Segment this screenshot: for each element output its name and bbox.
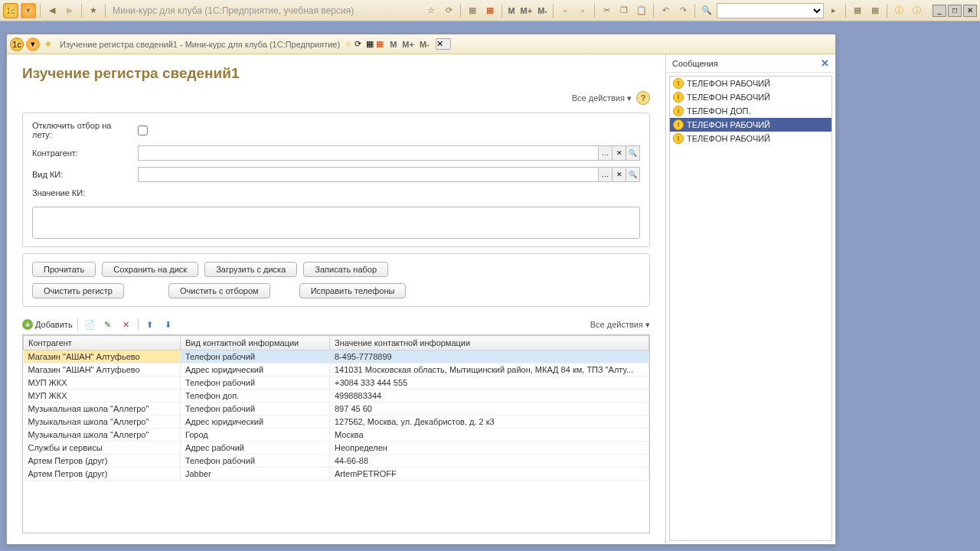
- form-fav2[interactable]: ☆: [345, 39, 352, 49]
- form-m[interactable]: M: [388, 40, 398, 49]
- clear-filter-button[interactable]: Очистить с отбором: [168, 283, 270, 298]
- dropdown-button[interactable]: ▾: [21, 3, 36, 18]
- messages-close-button[interactable]: ✕: [821, 57, 829, 69]
- cut-button[interactable]: ✂: [599, 3, 614, 18]
- table-row[interactable]: Службы и сервисыАдрес рабочийНеопределен: [24, 442, 649, 455]
- table-row[interactable]: Музыкальная школа "Аллегро"Адрес юридиче…: [24, 416, 649, 429]
- delete-row-button[interactable]: ✕: [119, 318, 133, 331]
- value-label: Значение КИ:: [32, 188, 640, 197]
- form-window: 1c ▾ ★ Изучение регистра сведений1 - Мин…: [6, 34, 836, 545]
- messages-title: Сообщения: [672, 59, 718, 68]
- add-row-button[interactable]: +Добавить: [22, 319, 73, 330]
- app-toolbar: 1c ▾ ◀ ▶ ★ Мини-курс для клуба (1С:Предп…: [0, 0, 980, 21]
- message-item[interactable]: !ТЕЛЕФОН РАБОЧИЙ: [670, 118, 831, 132]
- form-title: Изучение регистра сведений1 - Мини-курс …: [60, 40, 340, 49]
- kind-pick-button[interactable]: …: [599, 167, 612, 182]
- form-favorite[interactable]: ★: [44, 39, 52, 49]
- warning-icon: !: [673, 119, 684, 130]
- form-m-plus[interactable]: M+: [400, 40, 416, 49]
- favorite-button[interactable]: ★: [86, 3, 101, 18]
- message-item[interactable]: !ТЕЛЕФОН РАБОЧИЙ: [670, 132, 831, 145]
- form-logo: 1c: [10, 37, 24, 51]
- m-minus-button[interactable]: M-: [536, 6, 549, 15]
- col-counterparty[interactable]: Контрагент: [24, 336, 181, 350]
- counterparty-clear-button[interactable]: ✕: [612, 145, 626, 161]
- form-dropdown[interactable]: ▾: [26, 37, 40, 51]
- disable-filter-checkbox[interactable]: [138, 126, 148, 135]
- move-up-button[interactable]: ⬆: [143, 318, 157, 331]
- m-plus-button[interactable]: M+: [519, 6, 534, 15]
- write-set-button[interactable]: Записать набор: [303, 262, 388, 277]
- paste-button[interactable]: 📋: [634, 3, 649, 18]
- fix-phones-button[interactable]: Исправить телефоны: [299, 283, 407, 298]
- table-row[interactable]: Музыкальная школа "Аллегро"Телефон рабоч…: [24, 403, 649, 416]
- counterparty-pick-button[interactable]: …: [599, 145, 612, 161]
- copy-row-button[interactable]: 📄: [83, 318, 96, 331]
- table-row[interactable]: Музыкальная школа "Аллегро"ГородМосква: [24, 429, 649, 442]
- close-button[interactable]: ✕: [963, 5, 977, 17]
- warning-icon: !: [673, 92, 684, 103]
- new-button[interactable]: ▫: [557, 3, 573, 18]
- move-down-button[interactable]: ⬇: [162, 318, 175, 331]
- value-textarea[interactable]: [32, 207, 640, 239]
- app-title: Мини-курс для клуба (1С:Предприятие, уче…: [113, 5, 354, 16]
- table-row[interactable]: Магазин "АШАН" АлтуфьевоАдрес юридически…: [24, 364, 649, 377]
- main-panel: Изучение регистра сведений1 Все действия…: [7, 54, 665, 544]
- undo-button[interactable]: ↶: [658, 3, 673, 18]
- history-button[interactable]: ⟳: [441, 3, 456, 18]
- counterparty-input[interactable]: [138, 145, 599, 161]
- all-actions-link[interactable]: Все действия ▾: [572, 93, 632, 103]
- form-history[interactable]: ⟳: [354, 39, 361, 49]
- search-combo[interactable]: [717, 3, 824, 18]
- minimize-button[interactable]: _: [933, 5, 946, 17]
- m-button[interactable]: M: [506, 6, 516, 15]
- table-row[interactable]: Артем Петров (друг)JabberArtemPETROFF: [24, 468, 649, 481]
- go-button[interactable]: ▸: [826, 3, 841, 18]
- calendar-button[interactable]: ▦: [482, 3, 498, 18]
- table-row[interactable]: МУП ЖКХТелефон рабочий+3084 333 444 555: [24, 377, 649, 390]
- read-button[interactable]: Прочитать: [32, 262, 96, 277]
- copy-button[interactable]: ❐: [616, 3, 632, 18]
- table-all-actions[interactable]: Все действия ▾: [590, 320, 650, 330]
- page-title: Изучение регистра сведений1: [22, 65, 650, 82]
- grid1-button[interactable]: ▦: [850, 3, 865, 18]
- warning-icon: !: [673, 133, 684, 144]
- nav-forward-button[interactable]: ▶: [62, 3, 77, 18]
- disable-filter-label: Отключить отбор на лету:: [32, 121, 132, 139]
- message-item[interactable]: !ТЕЛЕФОН ДОП.: [670, 104, 831, 118]
- counterparty-search-button[interactable]: 🔍: [626, 145, 640, 161]
- calc-button[interactable]: ▦: [465, 3, 480, 18]
- messages-panel: Сообщения ✕ !ТЕЛЕФОН РАБОЧИЙ!ТЕЛЕФОН РАБ…: [665, 54, 835, 544]
- kind-label: Вид КИ:: [32, 170, 132, 179]
- clear-register-button[interactable]: Очистить регистр: [32, 283, 124, 298]
- table-row[interactable]: Артем Петров (друг)Телефон рабочий44-66-…: [24, 455, 649, 468]
- about-icon[interactable]: ⓘ: [909, 3, 924, 18]
- message-item[interactable]: !ТЕЛЕФОН РАБОЧИЙ: [670, 77, 831, 90]
- form-calendar[interactable]: ▦: [376, 39, 384, 49]
- open-button[interactable]: ▫: [575, 3, 590, 18]
- load-disk-button[interactable]: Загрузить с диска: [204, 262, 297, 277]
- help-icon[interactable]: ⓘ: [891, 3, 906, 18]
- table-row[interactable]: Магазин "АШАН" АлтуфьевоТелефон рабочий8…: [24, 350, 649, 364]
- col-value[interactable]: Значение контактной информации: [330, 336, 649, 350]
- save-disk-button[interactable]: Сохранить на диск: [102, 262, 198, 277]
- col-kind[interactable]: Вид контактной информации: [181, 336, 330, 350]
- help-button[interactable]: ?: [636, 91, 650, 105]
- search-button[interactable]: 🔍: [699, 3, 714, 18]
- kind-input[interactable]: [138, 167, 599, 182]
- kind-search-button[interactable]: 🔍: [626, 167, 640, 182]
- form-calc[interactable]: ▦: [366, 39, 374, 49]
- maximize-button[interactable]: □: [948, 5, 962, 17]
- form-close-button[interactable]: ✕: [436, 38, 451, 50]
- messages-list[interactable]: !ТЕЛЕФОН РАБОЧИЙ!ТЕЛЕФОН РАБОЧИЙ!ТЕЛЕФОН…: [669, 76, 832, 541]
- edit-row-button[interactable]: ✎: [101, 318, 115, 331]
- nav-back-button[interactable]: ◀: [44, 3, 60, 18]
- grid2-button[interactable]: ▦: [867, 3, 883, 18]
- message-item[interactable]: !ТЕЛЕФОН РАБОЧИЙ: [670, 90, 831, 104]
- kind-clear-button[interactable]: ✕: [612, 167, 626, 182]
- form-m-minus[interactable]: M-: [418, 40, 431, 49]
- fav2-button[interactable]: ☆: [423, 3, 439, 18]
- table-row[interactable]: МУП ЖКХТелефон доп.4998883344: [24, 390, 649, 403]
- redo-button[interactable]: ↷: [675, 3, 691, 18]
- data-table[interactable]: Контрагент Вид контактной информации Зна…: [22, 334, 650, 533]
